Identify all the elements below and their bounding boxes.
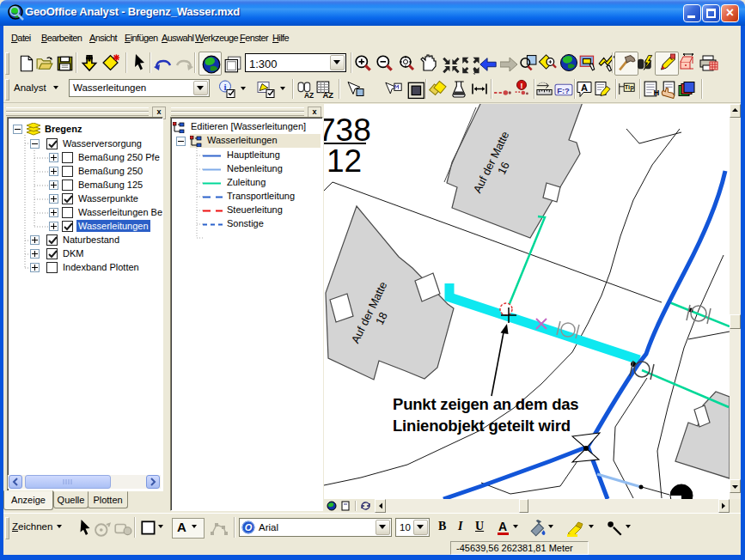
svg-text:F:?: F:?	[557, 86, 570, 95]
svg-text:i: i	[223, 82, 226, 92]
svg-text:A: A	[581, 82, 588, 93]
svg-text:Tip: Tip	[625, 83, 634, 91]
svg-text:12: 12	[327, 143, 362, 179]
svg-text:O: O	[245, 522, 253, 533]
svg-text:AZ: AZ	[304, 91, 314, 99]
svg-text:738: 738	[324, 113, 371, 148]
svg-text:H: H	[654, 88, 660, 97]
svg-text:!: !	[520, 82, 522, 90]
svg-text:AZ: AZ	[322, 90, 333, 99]
svg-text:Linienobjekt geteilt wird: Linienobjekt geteilt wird	[393, 417, 571, 435]
svg-text:Punkt zeigen an dem das: Punkt zeigen an dem das	[393, 395, 578, 413]
